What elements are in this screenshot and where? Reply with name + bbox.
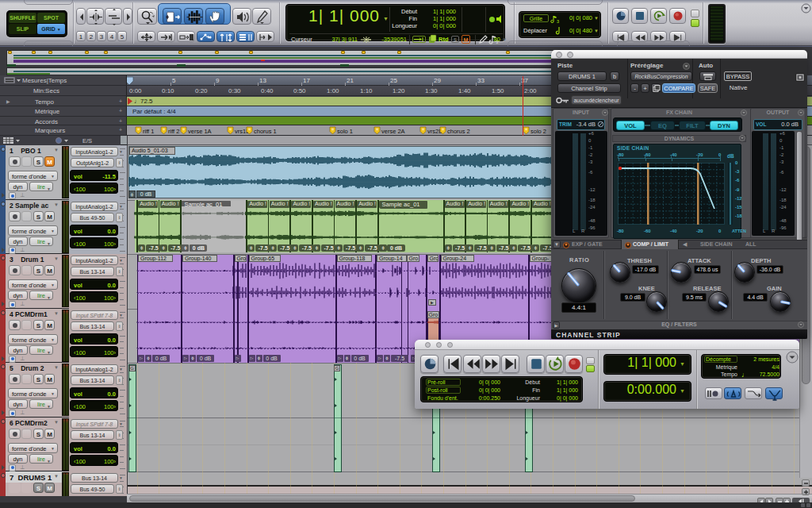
svg-text:3: 3 [557, 19, 559, 24]
